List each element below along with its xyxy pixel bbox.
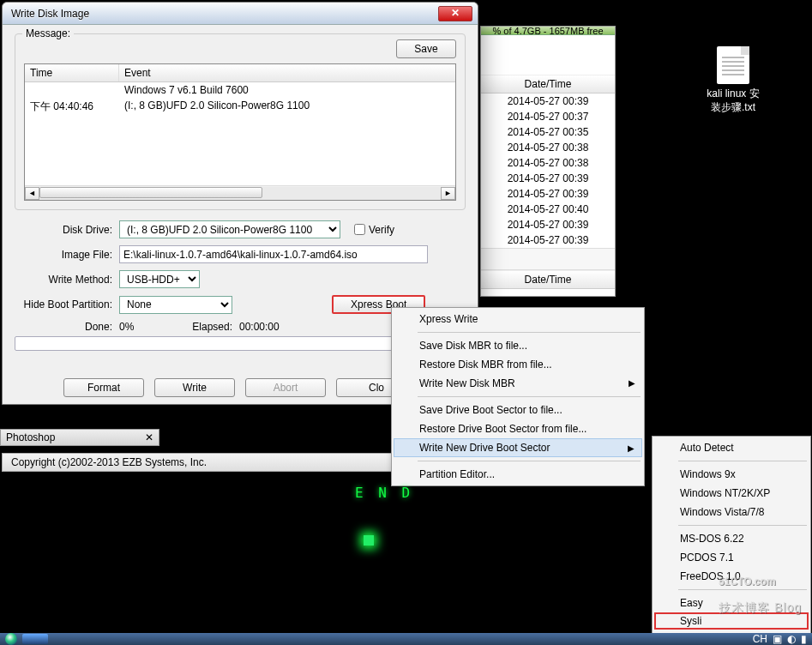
menu-item[interactable]: Restore Drive Boot Sector from file... xyxy=(394,419,642,438)
system-tray[interactable]: CH ▣ ◐ ▮ xyxy=(753,633,807,645)
elapsed-label: Elapsed: xyxy=(188,321,239,333)
close-button[interactable]: ✕ xyxy=(438,6,472,21)
file-row[interactable]: 2014-05-27 00:39 xyxy=(481,93,615,109)
log-hscrollbar[interactable]: ◄ ► xyxy=(25,185,455,200)
window-title: Write Disk Image xyxy=(8,8,438,20)
photoshop-minimized-bar[interactable]: Photoshop ✕ xyxy=(0,429,159,446)
scroll-right-icon[interactable]: ► xyxy=(441,187,455,200)
file-row[interactable]: 2014-05-27 00:39 xyxy=(481,171,615,186)
taskbar-item[interactable] xyxy=(22,634,48,644)
write-button[interactable]: Write xyxy=(154,378,235,397)
menu-separator xyxy=(418,332,641,333)
ime-indicator[interactable]: CH xyxy=(753,633,767,645)
elapsed-value: 00:00:00 xyxy=(239,321,308,333)
image-file-label: Image File: xyxy=(15,249,119,261)
verify-checkbox-wrap[interactable]: Verify xyxy=(354,224,394,236)
disk-space-bar: % of 4.7GB - 1657MB free xyxy=(481,27,615,35)
format-button[interactable]: Format xyxy=(63,378,144,397)
title-bar: Write Disk Image ✕ xyxy=(3,3,478,25)
menu-separator xyxy=(418,461,641,461)
status-left: Copyright (c)2002-2013 EZB Systems, Inc. xyxy=(11,456,207,468)
file-row[interactable]: 2014-05-27 00:37 xyxy=(481,109,615,124)
scroll-left-icon[interactable]: ◄ xyxy=(25,187,39,200)
verify-label: Verify xyxy=(369,224,394,236)
log-col-time[interactable]: Time xyxy=(25,64,119,81)
done-label: Done: xyxy=(15,321,119,333)
verify-checkbox[interactable] xyxy=(354,224,365,235)
file-row[interactable]: 2014-05-27 00:39 xyxy=(481,217,615,232)
log-row[interactable]: 下午 04:40:46(I:, 8 GB)UFD 2.0 Silicon-Pow… xyxy=(25,98,455,116)
menu-item[interactable]: Write New Drive Boot Sector▶ xyxy=(394,438,642,457)
submenu-item[interactable]: Windows Vista/7/8 xyxy=(654,503,809,521)
taskbar[interactable]: CH ▣ ◐ ▮ xyxy=(0,633,812,645)
wallpaper-glow-dot xyxy=(364,535,374,546)
watermark: 51CTO.com技术博客 Blog xyxy=(719,564,802,618)
menu-item[interactable]: Write New Disk MBR▶ xyxy=(394,374,642,393)
file-row[interactable]: 2014-05-27 00:39 xyxy=(481,186,615,202)
message-legend: Message: xyxy=(22,27,74,39)
message-group: Message: Save Time Event Windows 7 v6.1 … xyxy=(15,33,466,210)
column-header-datetime-2[interactable]: Date/Time xyxy=(481,270,615,289)
column-header-datetime[interactable]: Date/Time xyxy=(481,75,615,93)
abort-button[interactable]: Abort xyxy=(245,378,326,397)
log-row[interactable]: Windows 7 v6.1 Build 7600 xyxy=(25,82,455,98)
desktop-file-icon[interactable]: kali linux 安装步骤.txt xyxy=(695,46,772,114)
file-row[interactable]: 2014-05-27 00:40 xyxy=(481,202,615,217)
menu-item[interactable]: Save Disk MBR to file... xyxy=(394,336,642,355)
wallpaper-end-text: E N D xyxy=(355,485,413,501)
submenu-item[interactable]: Auto Detect xyxy=(654,438,809,457)
start-orb-icon[interactable] xyxy=(5,633,17,645)
xpress-boot-menu[interactable]: Xpress WriteSave Disk MBR to file...Rest… xyxy=(391,307,645,486)
menu-item[interactable]: Xpress Write xyxy=(394,310,642,329)
photoshop-close-icon[interactable]: ✕ xyxy=(145,431,153,443)
save-button[interactable]: Save xyxy=(396,39,456,58)
tray-icon[interactable]: ▣ xyxy=(773,633,782,645)
hide-boot-label: Hide Boot Partition: xyxy=(15,298,119,310)
submenu-arrow-icon: ▶ xyxy=(629,378,635,388)
background-file-list: % of 4.7GB - 1657MB free Date/Time 2014-… xyxy=(480,26,616,297)
done-value: 0% xyxy=(119,321,188,333)
submenu-arrow-icon: ▶ xyxy=(628,443,635,453)
submenu-item[interactable]: Windows NT/2K/XP xyxy=(654,484,809,503)
menu-item[interactable]: Restore Disk MBR from file... xyxy=(394,355,642,374)
write-method-select[interactable]: USB-HDD+ xyxy=(119,270,200,288)
menu-item[interactable]: Save Drive Boot Sector to file... xyxy=(394,401,642,419)
menu-item[interactable]: Partition Editor... xyxy=(394,465,642,484)
text-file-icon xyxy=(717,46,749,84)
disk-drive-label: Disk Drive: xyxy=(15,224,119,236)
tray-icon[interactable]: ▮ xyxy=(801,633,807,645)
write-method-label: Write Method: xyxy=(15,274,119,286)
message-log: Time Event Windows 7 v6.1 Build 7600下午 0… xyxy=(24,63,456,201)
image-file-input[interactable] xyxy=(119,245,428,263)
file-row[interactable]: 2014-05-27 00:39 xyxy=(481,232,615,248)
file-row[interactable]: 2014-05-27 00:35 xyxy=(481,124,615,140)
menu-separator xyxy=(678,525,807,526)
scroll-thumb[interactable] xyxy=(39,187,262,198)
hide-boot-select[interactable]: None xyxy=(119,296,232,314)
menu-separator xyxy=(418,396,641,397)
file-row[interactable]: 2014-05-27 00:38 xyxy=(481,140,615,155)
file-row[interactable]: 2014-05-27 00:38 xyxy=(481,155,615,171)
photoshop-label: Photoshop xyxy=(6,431,55,443)
log-col-event[interactable]: Event xyxy=(119,64,455,81)
disk-drive-select[interactable]: (I:, 8 GB)UFD 2.0 Silicon-Power8G 1100 xyxy=(119,220,340,238)
submenu-item[interactable]: MS-DOS 6.22 xyxy=(654,529,809,548)
submenu-item[interactable]: Windows 9x xyxy=(654,465,809,484)
tray-icon[interactable]: ◐ xyxy=(787,633,796,645)
menu-separator xyxy=(678,461,807,461)
